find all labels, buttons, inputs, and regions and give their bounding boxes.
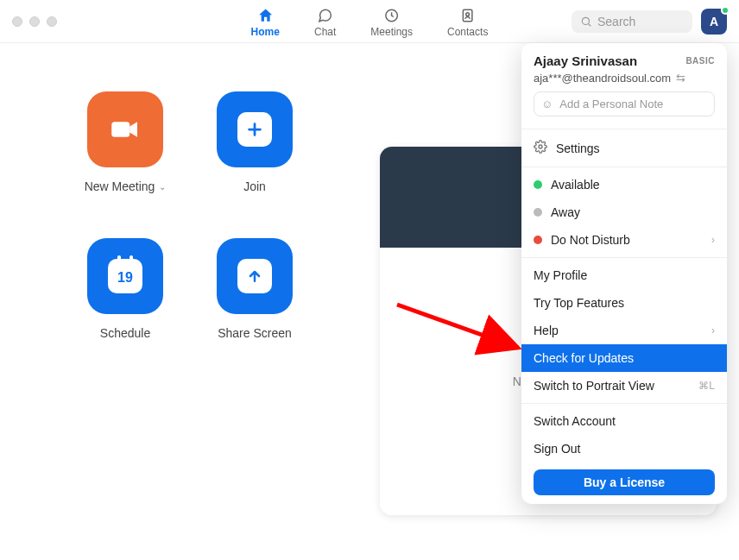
search-placeholder: Search (597, 15, 635, 28)
user-name: Ajaay Srinivasan (534, 53, 637, 68)
svg-rect-4 (111, 122, 129, 137)
emoji-icon[interactable]: ☺ (541, 98, 553, 110)
avatar-initial: A (710, 15, 718, 28)
menu-label: Away (551, 205, 580, 219)
tab-contacts[interactable]: Contacts (447, 7, 488, 38)
minimize-window-button[interactable] (29, 16, 40, 27)
chat-icon (317, 7, 334, 24)
join-button[interactable]: Join (190, 69, 319, 216)
note-placeholder: Add a Personal Note (559, 98, 663, 110)
avatar[interactable]: A (701, 9, 727, 35)
plan-badge: BASIC (685, 56, 715, 66)
presence-dot (721, 6, 730, 15)
gear-icon (534, 140, 547, 156)
tab-label: Home (251, 26, 280, 38)
video-icon (87, 91, 163, 167)
menu-label: Settings (556, 142, 600, 155)
menu-my-profile[interactable]: My Profile (521, 261, 727, 289)
action-label: Schedule (100, 326, 150, 340)
profile-menu: Ajaay Srinivasan BASIC aja***@theandroid… (521, 43, 727, 504)
menu-label: Switch Account (534, 414, 616, 428)
home-icon (256, 7, 274, 24)
menu-label: Help (534, 324, 559, 337)
status-available-icon (534, 180, 542, 189)
personal-note-input[interactable]: ☺ Add a Personal Note (534, 91, 715, 116)
chevron-down-icon[interactable]: ⌄ (159, 182, 166, 192)
titlebar: Home Chat Meetings Contacts Search (0, 0, 739, 43)
tab-home[interactable]: Home (251, 7, 280, 38)
status-available[interactable]: Available (521, 171, 727, 198)
window-controls (12, 16, 57, 27)
tab-meetings[interactable]: Meetings (370, 7, 413, 38)
menu-try-top-features[interactable]: Try Top Features (521, 289, 727, 317)
menu-check-for-updates[interactable]: Check for Updates (521, 344, 727, 372)
menu-label: Switch to Portrait View (534, 379, 654, 393)
calendar-icon: 19 (108, 259, 142, 293)
menu-label: Check for Updates (534, 351, 634, 365)
calendar-day: 19 (117, 270, 133, 286)
arrow-up-icon (237, 259, 272, 293)
menu-portrait-view[interactable]: Switch to Portrait View ⌘L (521, 372, 727, 400)
svg-point-2 (466, 13, 470, 16)
status-dnd-icon (534, 236, 542, 244)
contacts-icon (459, 7, 477, 24)
link-icon: ⇆ (676, 72, 685, 85)
menu-sign-out[interactable]: Sign Out (521, 435, 727, 462)
menu-label: Try Top Features (534, 296, 624, 310)
maximize-window-button[interactable] (47, 16, 57, 27)
shortcut-label: ⌘L (698, 380, 715, 392)
action-grid: New Meeting ⌄ Join 19 Schedule (0, 69, 380, 560)
user-email: aja***@theandroidsoul.com (534, 72, 671, 85)
nav-tabs: Home Chat Meetings Contacts (251, 0, 489, 42)
status-away[interactable]: Away (521, 198, 727, 226)
tab-label: Meetings (370, 26, 413, 38)
tab-label: Contacts (447, 26, 488, 38)
share-screen-button[interactable]: Share Screen (190, 216, 319, 362)
svg-point-3 (582, 17, 589, 24)
action-label: Join (243, 179, 266, 193)
menu-label: My Profile (534, 268, 587, 282)
svg-point-5 (539, 145, 542, 148)
button-label: Buy a License (584, 475, 665, 489)
search-icon (580, 16, 592, 28)
menu-header: Ajaay Srinivasan BASIC aja***@theandroid… (521, 43, 727, 125)
close-window-button[interactable] (12, 16, 22, 27)
menu-settings[interactable]: Settings (521, 133, 727, 163)
new-meeting-button[interactable]: New Meeting ⌄ (60, 69, 190, 216)
chevron-right-icon: › (711, 234, 715, 246)
search-input[interactable]: Search (572, 10, 692, 33)
tab-label: Chat (314, 26, 336, 38)
menu-switch-account[interactable]: Switch Account (521, 407, 727, 435)
status-away-icon (534, 208, 542, 217)
tab-chat[interactable]: Chat (314, 7, 336, 38)
action-label: Share Screen (218, 326, 292, 340)
schedule-button[interactable]: 19 Schedule (60, 216, 190, 362)
status-dnd[interactable]: Do Not Disturb › (521, 226, 727, 254)
clock-icon (383, 7, 401, 24)
buy-license-button[interactable]: Buy a License (534, 469, 715, 495)
menu-help[interactable]: Help › (521, 317, 727, 344)
toolbar-right: Search A (572, 9, 727, 35)
chevron-right-icon: › (711, 324, 715, 337)
menu-label: Available (551, 178, 600, 192)
action-label: New Meeting (85, 179, 155, 193)
plus-icon (237, 112, 272, 147)
menu-label: Sign Out (534, 442, 580, 456)
menu-label: Do Not Disturb (551, 233, 630, 247)
